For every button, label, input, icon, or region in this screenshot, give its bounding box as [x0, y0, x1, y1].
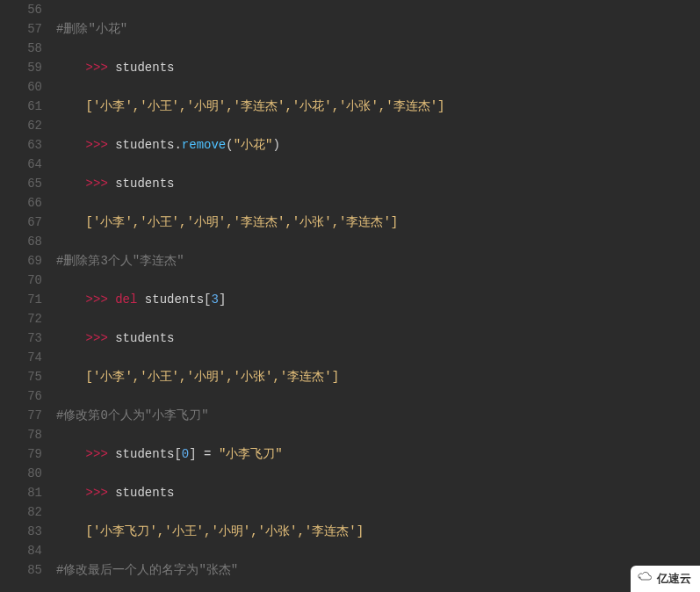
- line-number: 72: [0, 309, 42, 328]
- line-number: 58: [0, 39, 42, 58]
- svg-point-0: [639, 577, 641, 579]
- code-panel: #删除"小花" >>> students ['小李','小王','小明','李连…: [47, 0, 700, 592]
- identifier: students: [115, 447, 174, 461]
- space: [137, 292, 144, 307]
- list-output: ['小李飞刀','小王','小明','小张','李连杰']: [86, 524, 364, 538]
- line-number: 82: [0, 502, 42, 522]
- keyword-del: del: [115, 292, 137, 307]
- line-number: 64: [0, 155, 42, 174]
- bracket-open: [: [174, 447, 181, 461]
- line-number: 60: [0, 77, 42, 97]
- code-line: >>> students: [56, 328, 700, 348]
- line-number: 56: [0, 0, 42, 19]
- cloud-icon: [636, 569, 653, 588]
- number-literal: 0: [182, 447, 189, 461]
- line-number: 83: [0, 522, 42, 541]
- bracket-close: ]: [219, 292, 226, 307]
- line-number: 75: [0, 367, 42, 386]
- line-number-gutter: 56 57 58 59 60 61 62 63 64 65 66 67 68 6…: [0, 0, 47, 592]
- comment-text: #修改第0个人为"小李飞刀": [56, 408, 209, 422]
- line-number: 59: [0, 58, 42, 77]
- code-line: #修改第0个人为"小李飞刀": [56, 406, 700, 425]
- line-number: 85: [0, 560, 42, 580]
- repl-prompt: >>>: [86, 331, 116, 345]
- line-number: 73: [0, 328, 42, 348]
- line-number: 81: [0, 483, 42, 502]
- repl-prompt: >>>: [86, 486, 116, 500]
- paren-close: ): [272, 138, 279, 152]
- line-number: 57: [0, 19, 42, 39]
- code-line: >>> del students[3]: [56, 290, 700, 309]
- repl-prompt: >>>: [86, 447, 116, 461]
- line-number: 65: [0, 174, 42, 193]
- code-line: ['小李','小王','小明','李连杰','小张','李连杰']: [56, 213, 700, 232]
- code-line: ['小李','小王','小明','李连杰','小花','小张','李连杰']: [56, 97, 700, 116]
- line-number: 66: [0, 193, 42, 213]
- code-line: >>> students: [56, 174, 700, 193]
- code-line: >>> students: [56, 483, 700, 502]
- list-output: ['小李','小王','小明','李连杰','小花','小张','李连杰']: [86, 99, 445, 113]
- equals: =: [197, 447, 219, 461]
- line-number: 77: [0, 406, 42, 425]
- watermark-text: 亿速云: [657, 569, 691, 588]
- identifier: students: [115, 61, 174, 75]
- line-number: 61: [0, 97, 42, 116]
- line-number: 63: [0, 135, 42, 155]
- code-line: #删除"小花": [56, 19, 700, 39]
- comment-text: #删除第3个人"李连杰": [56, 254, 184, 268]
- line-number: 74: [0, 348, 42, 367]
- code-line: >>> students.remove("小花"): [56, 135, 700, 155]
- code-line: ['小李飞刀','小王','小明','小张','李连杰']: [56, 522, 700, 541]
- line-number: 68: [0, 232, 42, 251]
- string-literal: "小李飞刀": [219, 447, 283, 461]
- line-number: 78: [0, 425, 42, 444]
- list-output: ['小李','小王','小明','李连杰','小张','李连杰']: [86, 215, 399, 229]
- identifier: students: [115, 486, 174, 500]
- identifier: students: [145, 292, 204, 307]
- comment-text: #修改最后一个人的名字为"张杰": [56, 563, 238, 577]
- line-number: 76: [0, 386, 42, 406]
- dot: .: [174, 138, 181, 152]
- code-line: ['小李','小王','小明','小张','李连杰']: [56, 367, 700, 386]
- line-number: 67: [0, 213, 42, 232]
- identifier: students: [115, 138, 174, 152]
- watermark-badge: 亿速云: [631, 566, 700, 592]
- line-number: 70: [0, 271, 42, 290]
- comment-text: #删除"小花": [56, 22, 127, 36]
- line-number: 62: [0, 116, 42, 135]
- code-line: >>> students: [56, 58, 700, 77]
- string-literal: "小花": [234, 138, 273, 152]
- number-literal: 3: [211, 292, 218, 307]
- paren-open: (: [226, 138, 233, 152]
- identifier: students: [115, 177, 174, 191]
- code-line: #删除第3个人"李连杰": [56, 251, 700, 271]
- code-line: >>> students[0] = "小李飞刀": [56, 444, 700, 464]
- line-number: 69: [0, 251, 42, 271]
- repl-prompt: >>>: [86, 177, 116, 191]
- line-number: 79: [0, 444, 42, 464]
- code-editor: 56 57 58 59 60 61 62 63 64 65 66 67 68 6…: [0, 0, 700, 592]
- list-output: ['小李','小王','小明','小张','李连杰']: [86, 370, 339, 384]
- repl-prompt: >>>: [86, 61, 116, 75]
- identifier: students: [115, 331, 174, 345]
- method-name: remove: [182, 138, 226, 152]
- code-line: #修改最后一个人的名字为"张杰": [56, 560, 700, 580]
- line-number: 84: [0, 541, 42, 560]
- bracket-close: ]: [189, 447, 196, 461]
- line-number: 71: [0, 290, 42, 309]
- repl-prompt: >>>: [86, 138, 116, 152]
- line-number: 80: [0, 464, 42, 483]
- repl-prompt: >>>: [86, 292, 116, 307]
